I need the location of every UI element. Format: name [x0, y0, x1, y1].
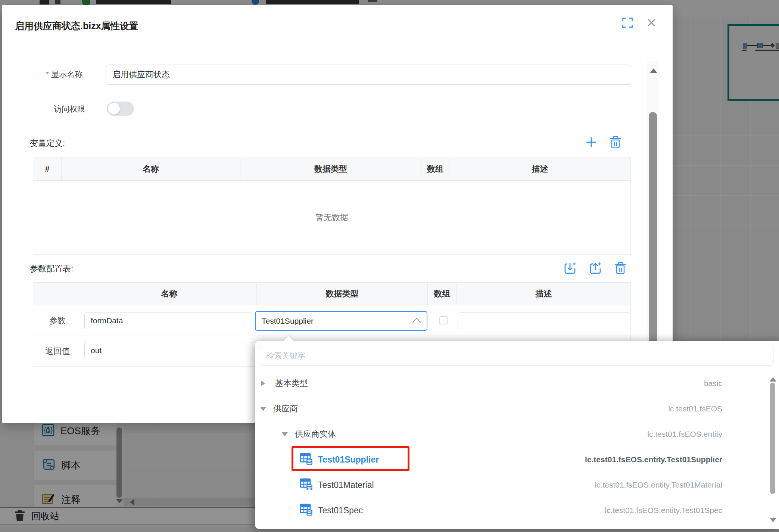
entity-table-icon: [300, 478, 313, 492]
variable-table-header: # 名称 数据类型 数组 描述: [33, 158, 630, 181]
column-header: 数据类型: [240, 158, 421, 180]
empty-data-text: 暂无数据: [33, 181, 630, 254]
dropdown-scroll-up-arrow[interactable]: [770, 374, 776, 382]
param-desc-input[interactable]: [458, 312, 630, 329]
column-header: 数组: [421, 158, 449, 180]
column-header: 名称: [62, 158, 240, 180]
tree-item-test01spec[interactable]: Test01Spec lc.test01.fsEOS.entity.Test01…: [255, 498, 755, 523]
caret-down-icon[interactable]: [260, 407, 266, 414]
column-header: #: [33, 158, 62, 180]
tree-item-label: Test01Spec: [318, 505, 363, 516]
toggle-knob: [108, 103, 120, 115]
tree-item-path-selected: lc.test01.fsEOS.entity.Test01Supplier: [585, 455, 722, 464]
export-params-button[interactable]: [589, 262, 602, 276]
caret-down-icon[interactable]: [282, 432, 288, 439]
type-search-input[interactable]: [260, 346, 773, 365]
param-type-select[interactable]: Test01Supplier: [255, 311, 427, 331]
param-table-header: 名称 数据类型 数组 描述: [33, 283, 630, 305]
dialog-scroll-up-arrow[interactable]: [650, 65, 657, 73]
caret-right-icon[interactable]: [261, 380, 268, 386]
column-header: 数组: [428, 283, 457, 305]
tree-item-supplier[interactable]: 供应商 lc.test01.fsEOS: [255, 396, 755, 421]
param-row-label: 参数: [33, 305, 82, 336]
tree-item-label: Test01Material: [318, 480, 374, 490]
close-button[interactable]: ✕: [646, 17, 657, 29]
tree-item-supplier-entity[interactable]: 供应商实体 lc.test01.fsEOS.entity: [255, 421, 755, 447]
selection-highlight-box: [292, 446, 409, 471]
param-type-value: Test01Supplier: [262, 317, 314, 326]
tree-item-basic-types[interactable]: 基本类型 basic: [255, 371, 755, 396]
tree-item-label: 基本类型: [275, 378, 308, 389]
fullscreen-button[interactable]: [622, 17, 633, 30]
column-header: [33, 283, 82, 305]
dropdown-scroll-down-arrow[interactable]: [770, 518, 776, 526]
required-asterisk: *: [46, 70, 49, 78]
tree-item-path: lc.test01.fsEOS.entity: [647, 430, 722, 439]
variable-section-label: 变量定义:: [30, 138, 65, 149]
column-header: 名称: [82, 283, 257, 305]
return-row-label: 返回值: [33, 336, 82, 366]
param-array-checkbox[interactable]: [439, 316, 448, 324]
dialog-title: 启用供应商状态.bizx属性设置: [15, 20, 138, 32]
datatype-dropdown-panel: 基本类型 basic 供应商 lc.test01.fsEOS 供应商实体 lc.…: [255, 341, 779, 529]
return-name-input[interactable]: [84, 342, 252, 359]
delete-params-button[interactable]: [615, 262, 626, 276]
tree-item-path: lc.test01.fsEOS: [668, 404, 722, 413]
add-variable-button[interactable]: [585, 136, 597, 150]
column-header: 描述: [457, 283, 630, 305]
display-name-label: *显示名称: [46, 69, 82, 80]
column-header: 数据类型: [257, 283, 428, 305]
access-permission-label: 访问权限: [54, 104, 85, 114]
fullscreen-icon: [622, 17, 633, 28]
param-name-input[interactable]: [84, 312, 252, 329]
tree-item-path: lc.test01.fsEOS.entity.Test01Material: [595, 480, 722, 489]
display-name-input[interactable]: [106, 65, 632, 85]
dropdown-scrollbar-thumb[interactable]: [770, 383, 775, 494]
delete-variable-button[interactable]: [610, 136, 621, 150]
tree-item-label: 供应商实体: [295, 429, 336, 440]
param-section-label: 参数配置表:: [30, 263, 73, 274]
tree-item-path: lc.test01.fsEOS.entity.Test01Spec: [605, 506, 722, 515]
tree-item-test01material[interactable]: Test01Material lc.test01.fsEOS.entity.Te…: [255, 472, 755, 498]
access-permission-toggle[interactable]: [107, 102, 134, 116]
import-params-button[interactable]: [564, 262, 577, 276]
close-icon: ✕: [646, 16, 657, 30]
chevron-up-icon: [412, 318, 421, 326]
tree-item-path: basic: [704, 379, 722, 388]
column-header: 描述: [449, 158, 630, 180]
empty-row-label: [33, 367, 82, 377]
tree-item-label: 供应商: [273, 403, 298, 414]
entity-table-icon: [300, 504, 313, 517]
variable-table: # 名称 数据类型 数组 描述 暂无数据: [33, 158, 631, 255]
